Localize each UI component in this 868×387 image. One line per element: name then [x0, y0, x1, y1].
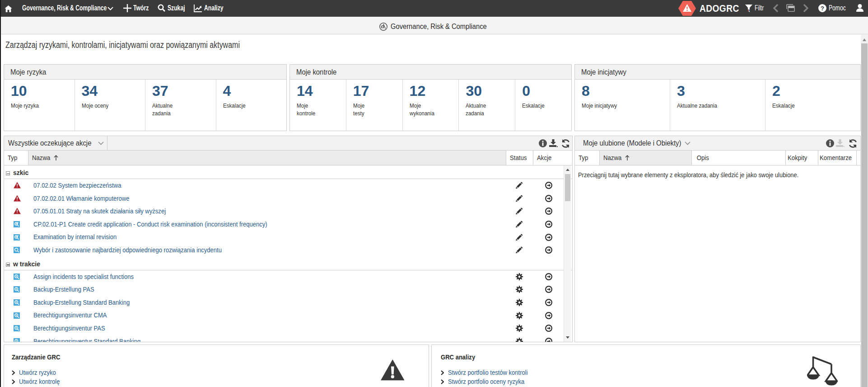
svg-text:?: ? [821, 5, 824, 12]
